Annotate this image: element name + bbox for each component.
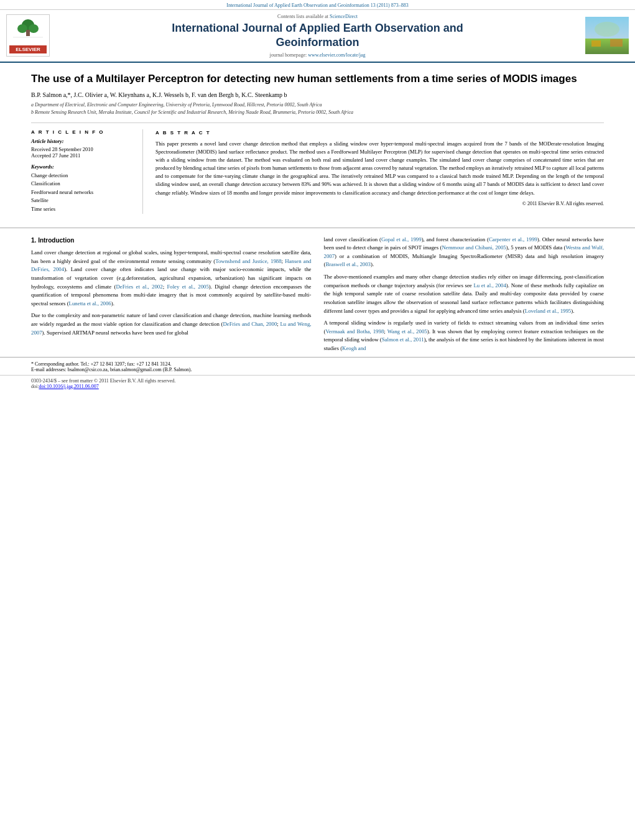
journal-homepage-link[interactable]: www.elsevier.com/locate/jag (308, 52, 365, 58)
section1-title: 1. Introduction (31, 236, 312, 246)
content-area: The use of a Multilayer Perceptron for d… (0, 63, 635, 220)
affiliation-a: a Department of Electrical, Electronic a… (31, 101, 604, 109)
abstract-heading: A B S T R A C T (155, 129, 604, 137)
corresponding-author-note: * Corresponding author. Tel.: +27 12 841… (31, 361, 604, 367)
article-title: The use of a Multilayer Perceptron for d… (31, 72, 604, 86)
body-right-paragraph-3: A temporal sliding window is regularly u… (324, 319, 605, 353)
body-paragraph-1: Land cover change detection at regional … (31, 249, 312, 308)
ref-salmon2011[interactable]: Salmon et al., 2011 (382, 336, 424, 343)
authors-text: B.P. Salmon a,*, J.C. Olivier a, W. Kley… (31, 91, 287, 98)
journal-title-center: Contents lists available at ScienceDirec… (56, 14, 579, 58)
svg-point-2 (17, 24, 27, 33)
keyword-2: Classification (31, 180, 134, 188)
journal-thumbnail (585, 17, 629, 54)
article-info-abstract: A R T I C L E I N F O Article history: R… (31, 122, 604, 214)
keyword-1: Change detection (31, 172, 134, 180)
ref-defries[interactable]: DeFries et al., 2002 (116, 284, 162, 290)
elsevier-tree-icon (10, 17, 46, 42)
keywords-section: Keywords: Change detection Classificatio… (31, 164, 134, 214)
elsevier-label: ELSEVIER (9, 45, 47, 53)
ref-carpenter[interactable]: Carpenter et al., 1999 (489, 236, 537, 242)
journal-header: ELSEVIER Contents lists available at Sci… (0, 10, 635, 63)
body-columns: 1. Introduction Land cover change detect… (0, 236, 635, 357)
footer-bar: 0303-2434/$ – see front matter © 2011 El… (0, 375, 635, 392)
ref-braswell[interactable]: Braswell et al., 2003 (325, 261, 371, 267)
ref-vermaak[interactable]: Vermaak and Botha, 1998 (325, 328, 384, 335)
ref-nemmour[interactable]: Nemmour and Chibani, 2005 (442, 244, 506, 251)
body-right-column: land cover classification (Gopal et al.,… (324, 236, 605, 357)
ref-wang[interactable]: Wang et al., 2005 (387, 328, 427, 335)
abstract-text: This paper presents a novel land cover c… (155, 140, 604, 197)
affiliation-b: b Remote Sensing Research Unit, Meraka I… (31, 109, 604, 116)
svg-rect-4 (26, 30, 30, 36)
ref-lu2004[interactable]: Lu et al., 2004 (473, 282, 506, 288)
article-history-label: Article history: (31, 138, 134, 144)
email-note: E-mail addresses: bsalmon@csir.co.za, br… (31, 367, 604, 372)
journal-top-bar: International Journal of Applied Earth O… (0, 0, 635, 10)
body-paragraph-2: Due to the complexity and non-parametric… (31, 312, 312, 337)
ref-foley[interactable]: Foley et al., 2005 (167, 284, 208, 290)
elsevier-logo: ELSEVIER (6, 14, 50, 57)
body-right-paragraph-1: land cover classification (Gopal et al.,… (324, 236, 605, 270)
ref-lunetta[interactable]: Lunetta et al., 2006 (69, 300, 111, 307)
affiliations: a Department of Electrical, Electronic a… (31, 101, 604, 116)
journal-main-title: International Journal of Applied Earth O… (56, 21, 579, 50)
journal-citation: International Journal of Applied Earth O… (226, 2, 409, 8)
svg-point-8 (595, 22, 619, 37)
sciencedirect-link[interactable]: ScienceDirect (330, 14, 358, 19)
keywords-label: Keywords: (31, 164, 134, 170)
received-date: Received 28 September 2010 (31, 146, 134, 152)
journal-thumbnail-image (585, 17, 629, 54)
abstract-column: A B S T R A C T This paper presents a no… (155, 129, 604, 214)
svg-rect-9 (591, 40, 601, 47)
doi-line: doi:doi:10.1016/j.jag.2011.06.007 (31, 384, 604, 389)
ref-keogh[interactable]: Keogh and (342, 345, 366, 351)
page: International Journal of Applied Earth O… (0, 0, 635, 840)
elsevier-logo-box: ELSEVIER (6, 14, 50, 57)
body-left-column: 1. Introduction Land cover change detect… (31, 236, 312, 357)
contents-available-text: Contents lists available at ScienceDirec… (56, 14, 579, 19)
issn-line: 0303-2434/$ – see front matter © 2011 El… (31, 378, 604, 384)
copyright-line: © 2011 Elsevier B.V. All rights reserved… (155, 200, 604, 208)
body-right-paragraph-2: The above-mentioned examples and many ot… (324, 273, 605, 315)
keyword-4: Satellite (31, 196, 134, 205)
footnote-section: * Corresponding author. Tel.: +27 12 841… (0, 357, 635, 375)
accepted-date: Accepted 27 June 2011 (31, 152, 134, 159)
ref-townshend[interactable]: Townshend and Justice, 1988 (215, 258, 281, 264)
divider (0, 228, 635, 228)
article-info-heading: A R T I C L E I N F O (31, 129, 134, 135)
doi-link[interactable]: doi:10.1016/j.jag.2011.06.007 (39, 384, 98, 389)
article-info-column: A R T I C L E I N F O Article history: R… (31, 129, 143, 214)
keyword-5: Time series (31, 205, 134, 214)
svg-point-3 (29, 24, 39, 33)
svg-rect-10 (610, 39, 623, 47)
keyword-3: Feedforward neural networks (31, 188, 134, 197)
ref-loveland[interactable]: Loveland et al., 1995 (525, 308, 572, 314)
authors-line: B.P. Salmon a,*, J.C. Olivier a, W. Kley… (31, 91, 604, 98)
journal-homepage: journal homepage: www.elsevier.com/locat… (56, 52, 579, 58)
ref-defries-chan[interactable]: DeFries and Chan, 2000 (223, 321, 277, 327)
ref-gopal[interactable]: Gopal et al., 1999 (381, 236, 422, 242)
